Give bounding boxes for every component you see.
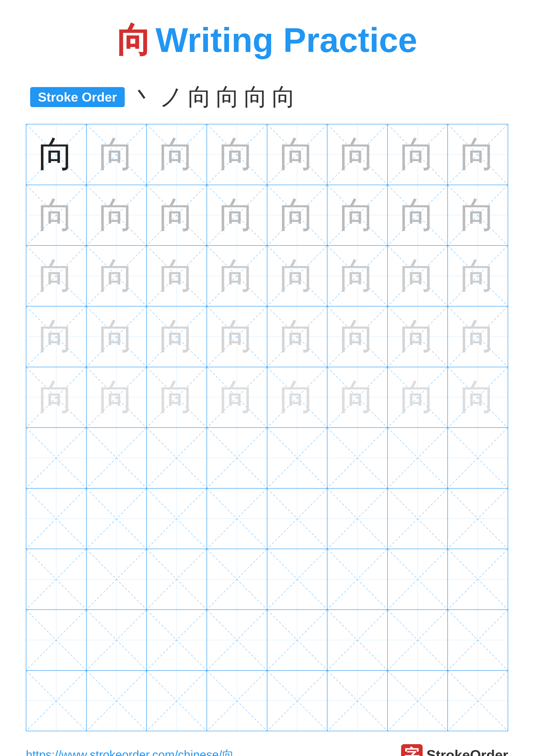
grid-cell[interactable]: 向 xyxy=(26,367,87,428)
grid-cell[interactable] xyxy=(207,610,267,670)
grid-cell[interactable] xyxy=(267,428,328,488)
grid-cell[interactable] xyxy=(147,428,207,488)
grid-cell[interactable]: 向 xyxy=(267,185,328,245)
cell-character: 向 xyxy=(219,130,255,178)
grid-cell[interactable]: 向 xyxy=(327,124,388,185)
grid-cell[interactable]: 向 xyxy=(267,307,328,367)
cell-character: 向 xyxy=(279,312,315,361)
grid-cell[interactable] xyxy=(147,610,207,670)
grid-cell[interactable]: 向 xyxy=(87,185,147,245)
grid-cell[interactable] xyxy=(388,428,448,488)
svg-line-129 xyxy=(26,610,86,670)
grid-cell[interactable] xyxy=(207,428,267,488)
grid-cell[interactable] xyxy=(388,549,448,609)
grid-cell[interactable] xyxy=(26,489,87,549)
grid-cell[interactable] xyxy=(26,549,87,609)
grid-cell[interactable]: 向 xyxy=(388,246,448,306)
grid-cell[interactable]: 向 xyxy=(207,185,267,245)
svg-line-145 xyxy=(26,671,86,731)
grid-cell[interactable]: 向 xyxy=(388,367,448,428)
grid-cell[interactable]: 向 xyxy=(448,246,508,306)
grid-row: 向向向向向向向向 xyxy=(26,367,508,428)
stroke-4: 向 xyxy=(216,81,242,113)
grid-cell[interactable] xyxy=(327,489,388,549)
grid-cell[interactable] xyxy=(267,610,328,670)
grid-cell[interactable]: 向 xyxy=(207,124,267,185)
grid-cell[interactable]: 向 xyxy=(267,124,328,185)
grid-cell[interactable]: 向 xyxy=(147,246,207,306)
grid-cell[interactable] xyxy=(327,549,388,609)
cell-character: 向 xyxy=(38,130,74,178)
cell-character: 向 xyxy=(99,130,134,178)
grid-cell[interactable]: 向 xyxy=(87,124,147,185)
svg-line-147 xyxy=(87,671,146,731)
grid-cell[interactable] xyxy=(388,489,448,549)
grid-cell[interactable] xyxy=(448,428,508,488)
grid-cell[interactable]: 向 xyxy=(207,246,267,306)
grid-cell[interactable]: 向 xyxy=(147,124,207,185)
grid-cell[interactable] xyxy=(147,489,207,549)
grid-cell[interactable] xyxy=(327,610,388,670)
grid-cell[interactable] xyxy=(327,671,388,731)
grid-cell[interactable] xyxy=(87,610,147,670)
grid-cell[interactable]: 向 xyxy=(327,246,388,306)
grid-cell[interactable]: 向 xyxy=(388,307,448,367)
grid-cell[interactable]: 向 xyxy=(87,307,147,367)
grid-cell[interactable]: 向 xyxy=(448,307,508,367)
grid-cell[interactable]: 向 xyxy=(327,307,388,367)
grid-cell[interactable] xyxy=(448,671,508,731)
grid-cell[interactable] xyxy=(388,671,448,731)
grid-cell[interactable] xyxy=(448,610,508,670)
grid-row xyxy=(26,489,508,549)
svg-line-108 xyxy=(388,489,447,549)
grid-cell[interactable] xyxy=(327,428,388,488)
grid-cell[interactable] xyxy=(267,671,328,731)
grid-cell[interactable] xyxy=(207,671,267,731)
grid-cell[interactable]: 向 xyxy=(267,367,328,428)
grid-cell[interactable]: 向 xyxy=(448,124,508,185)
grid-cell[interactable] xyxy=(388,610,448,670)
grid-cell[interactable]: 向 xyxy=(147,307,207,367)
grid-cell[interactable] xyxy=(147,671,207,731)
grid-cell[interactable]: 向 xyxy=(26,307,87,367)
grid-cell[interactable] xyxy=(448,489,508,549)
grid-cell[interactable]: 向 xyxy=(207,307,267,367)
grid-cell[interactable]: 向 xyxy=(87,367,147,428)
svg-line-117 xyxy=(147,549,207,609)
grid-cell[interactable]: 向 xyxy=(388,124,448,185)
grid-cell[interactable] xyxy=(87,549,147,609)
grid-cell[interactable]: 向 xyxy=(26,124,87,185)
svg-line-140 xyxy=(388,610,447,670)
grid-cell[interactable] xyxy=(267,489,328,549)
logo-icon: 字 xyxy=(401,744,423,756)
grid-cell[interactable] xyxy=(26,610,87,670)
grid-cell[interactable]: 向 xyxy=(147,185,207,245)
svg-line-102 xyxy=(207,489,267,549)
grid-cell[interactable]: 向 xyxy=(207,367,267,428)
grid-cell[interactable] xyxy=(267,549,328,609)
grid-cell[interactable] xyxy=(147,549,207,609)
grid-cell[interactable] xyxy=(87,671,147,731)
stroke-order-badge: Stroke Order xyxy=(30,87,125,107)
grid-cell[interactable] xyxy=(87,428,147,488)
grid-cell[interactable] xyxy=(207,489,267,549)
grid-cell[interactable]: 向 xyxy=(26,185,87,245)
cell-character: 向 xyxy=(159,312,194,361)
grid-cell[interactable] xyxy=(448,549,508,609)
grid-cell[interactable]: 向 xyxy=(267,246,328,306)
grid-cell[interactable]: 向 xyxy=(87,246,147,306)
grid-cell[interactable]: 向 xyxy=(147,367,207,428)
grid-cell[interactable]: 向 xyxy=(448,185,508,245)
footer-url[interactable]: https://www.strokeorder.com/chinese/向 xyxy=(26,747,234,756)
grid-cell[interactable] xyxy=(87,489,147,549)
grid-cell[interactable]: 向 xyxy=(327,367,388,428)
grid-cell[interactable]: 向 xyxy=(327,185,388,245)
grid-cell[interactable]: 向 xyxy=(388,185,448,245)
cell-character: 向 xyxy=(159,191,194,239)
grid-cell[interactable]: 向 xyxy=(448,367,508,428)
grid-cell[interactable] xyxy=(26,428,87,488)
grid-cell[interactable]: 向 xyxy=(26,246,87,306)
grid-cell[interactable] xyxy=(26,671,87,731)
stroke-5: 向 xyxy=(244,81,270,113)
grid-cell[interactable] xyxy=(207,549,267,609)
